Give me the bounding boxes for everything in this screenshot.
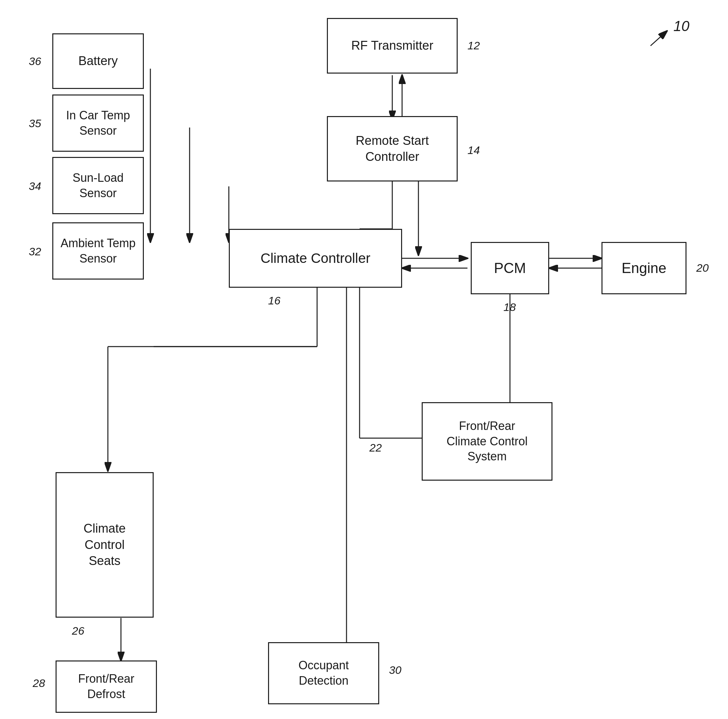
- front-rear-climate-box: Front/RearClimate ControlSystem: [422, 402, 552, 480]
- incar-temp-box: In Car TempSensor: [52, 95, 144, 152]
- remote-start-box: Remote StartController: [327, 116, 458, 182]
- pcm-ref: 18: [503, 301, 516, 314]
- front-rear-climate-ref: 22: [369, 441, 382, 454]
- climate-controller-box: Climate Controller: [229, 229, 402, 288]
- engine-ref: 20: [696, 262, 709, 274]
- sunload-box: Sun-LoadSensor: [52, 157, 144, 214]
- diagram-title: 10: [673, 18, 690, 34]
- front-rear-defrost-label: Front/RearDefrost: [78, 671, 135, 702]
- pcm-box: PCM: [471, 242, 549, 294]
- climate-seats-box: ClimateControlSeats: [55, 472, 154, 618]
- occupant-detection-box: OccupantDetection: [268, 642, 379, 704]
- rf-transmitter-ref: 12: [468, 39, 480, 52]
- ambient-temp-box: Ambient TempSensor: [52, 222, 144, 280]
- climate-seats-label: ClimateControlSeats: [84, 520, 126, 569]
- rf-transmitter-label: RF Transmitter: [351, 38, 433, 54]
- ambient-temp-label: Ambient TempSensor: [60, 236, 135, 266]
- incar-temp-ref: 35: [29, 117, 41, 130]
- battery-ref: 36: [29, 55, 41, 68]
- remote-start-label: Remote StartController: [356, 133, 429, 165]
- front-rear-defrost-ref: 28: [33, 677, 45, 690]
- engine-box: Engine: [601, 242, 687, 294]
- remote-start-ref: 14: [468, 144, 480, 157]
- ambient-temp-ref: 32: [29, 245, 41, 258]
- front-rear-defrost-box: Front/RearDefrost: [55, 661, 157, 713]
- sunload-label: Sun-LoadSensor: [73, 170, 124, 201]
- occupant-detection-ref: 30: [389, 664, 401, 676]
- front-rear-climate-label: Front/RearClimate ControlSystem: [447, 419, 528, 464]
- occupant-detection-label: OccupantDetection: [298, 658, 349, 688]
- incar-temp-label: In Car TempSensor: [66, 108, 130, 139]
- engine-label: Engine: [621, 259, 666, 277]
- svg-line-27: [650, 31, 667, 46]
- sunload-ref: 34: [29, 180, 41, 193]
- diagram: Battery 36 In Car TempSensor 35 Sun-Load…: [0, 0, 728, 719]
- climate-controller-ref: 16: [268, 294, 280, 307]
- battery-label: Battery: [78, 53, 118, 69]
- pcm-label: PCM: [494, 259, 526, 277]
- rf-transmitter-box: RF Transmitter: [327, 18, 458, 73]
- climate-seats-ref: 26: [72, 624, 84, 637]
- climate-controller-label: Climate Controller: [260, 249, 370, 268]
- battery-box: Battery: [52, 34, 144, 89]
